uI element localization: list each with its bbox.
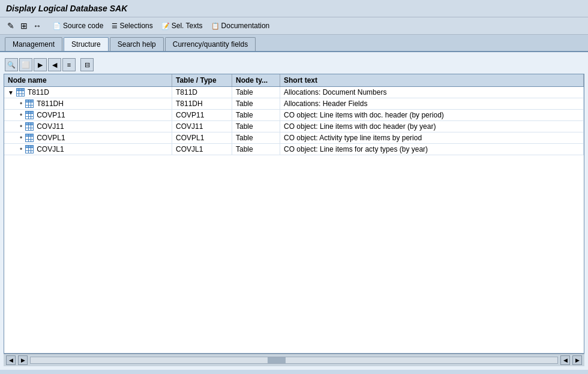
- documentation-button[interactable]: 📋 Documentation: [208, 20, 274, 31]
- sub-tool-btn-1[interactable]: 🔍: [5, 58, 18, 71]
- table-grid-icon: [25, 122, 34, 131]
- table-type-cell: COVJ11: [172, 121, 232, 132]
- toolbar: ✎ ⊞ ↔ 📄 Source code ☰ Selections 📝 Sel. …: [0, 17, 588, 35]
- scroll-left-btn[interactable]: ◀: [6, 355, 16, 365]
- sub-tool-btn-2[interactable]: ⬜: [19, 58, 32, 71]
- sub-toolbar: 🔍 ⬜ ▶ ◀ ≡ ⊟: [4, 56, 584, 74]
- sel-texts-button[interactable]: 📝 Sel. Texts: [158, 20, 206, 31]
- short-text-cell: CO object: Activity type line items by p…: [280, 132, 584, 143]
- node-type-cell: Table: [232, 110, 280, 120]
- edit-icon[interactable]: ✎: [5, 20, 17, 32]
- node-name-cell: •COVJ11: [4, 121, 172, 132]
- transfer-icon[interactable]: ↔: [31, 20, 43, 32]
- short-text-cell: CO object: Line items with doc. header (…: [280, 110, 584, 120]
- tab-currency-quantity[interactable]: Currency/quantity fields: [165, 37, 256, 51]
- table-row[interactable]: •COVJ11COVJ11TableCO object: Line items …: [4, 121, 584, 132]
- grid-icon[interactable]: ⊞: [18, 20, 30, 32]
- table-grid-icon: [25, 111, 34, 119]
- scroll-end-left-btn[interactable]: ◀: [560, 355, 570, 365]
- table-grid-icon: [16, 88, 25, 96]
- col-table-type: Table / Type: [172, 74, 232, 86]
- sub-tool-btn-6[interactable]: ⊟: [80, 58, 94, 71]
- page-title: Display Logical Database SAK: [6, 4, 127, 13]
- selections-button[interactable]: ☰ Selections: [108, 20, 156, 31]
- short-text-cell: Allocations: Header Fields: [280, 98, 584, 109]
- table-wrapper: Node name Table / Type Node ty... Short …: [4, 74, 584, 354]
- col-node-name: Node name: [4, 74, 172, 86]
- scroll-right-btn[interactable]: ▶: [18, 355, 28, 365]
- tab-management[interactable]: Management: [5, 37, 62, 51]
- sub-tool-btn-5[interactable]: ≡: [62, 58, 76, 71]
- node-type-cell: Table: [232, 98, 280, 109]
- node-name-text: COVJL1: [37, 145, 64, 153]
- selections-icon: ☰: [112, 22, 118, 30]
- node-name-text: T811D: [28, 88, 49, 96]
- short-text-cell: CO object: Line items for acty types (by…: [280, 144, 584, 155]
- source-code-icon: 📄: [53, 22, 61, 30]
- sub-tool-btn-4[interactable]: ◀: [48, 58, 61, 71]
- table-body: ▼T811DT811DTableAllocations: Document Nu…: [4, 87, 584, 353]
- node-name-cell: •COVJL1: [4, 144, 172, 155]
- bottom-scrollbar-area: ◀ ▶ ◀ ▶: [4, 354, 584, 366]
- node-type-cell: Table: [232, 121, 280, 132]
- table-type-cell: COVPL1: [172, 132, 232, 143]
- node-name-text: COVPL1: [37, 134, 65, 142]
- sub-tool-btn-3[interactable]: ▶: [34, 58, 47, 71]
- table-row[interactable]: •T811DHT811DHTableAllocations: Header Fi…: [4, 98, 584, 110]
- content-area: 🔍 ⬜ ▶ ◀ ≡ ⊟ Node name Table / Type Node …: [0, 52, 588, 370]
- node-name-cell: •T811DH: [4, 98, 172, 109]
- node-name-cell: ▼T811D: [4, 87, 172, 98]
- node-name-cell: •COVPL1: [4, 132, 172, 143]
- table-header: Node name Table / Type Node ty... Short …: [4, 74, 584, 87]
- horizontal-scrollbar[interactable]: [30, 357, 558, 364]
- col-node-type: Node ty...: [232, 74, 280, 86]
- node-type-cell: Table: [232, 132, 280, 143]
- tab-search-help[interactable]: Search help: [110, 37, 164, 51]
- table-type-cell: COVP11: [172, 110, 232, 120]
- table-grid-icon: [25, 145, 34, 153]
- expand-icon[interactable]: ▼: [8, 89, 14, 96]
- node-type-cell: Table: [232, 87, 280, 98]
- table-grid-icon: [25, 134, 34, 142]
- tab-structure[interactable]: Structure: [64, 37, 109, 51]
- table-row[interactable]: •COVP11COVP11TableCO object: Line items …: [4, 110, 584, 121]
- title-bar: Display Logical Database SAK: [0, 0, 588, 17]
- table-type-cell: T811DH: [172, 98, 232, 109]
- node-name-text: COVP11: [37, 111, 65, 119]
- node-type-cell: Table: [232, 144, 280, 155]
- node-name-cell: •COVP11: [4, 110, 172, 120]
- short-text-cell: Allocations: Document Numbers: [280, 87, 584, 98]
- table-row[interactable]: ▼T811DT811DTableAllocations: Document Nu…: [4, 87, 584, 98]
- scrollbar-thumb: [268, 357, 286, 363]
- source-code-button[interactable]: 📄 Source code: [49, 20, 107, 31]
- table-row[interactable]: •COVJL1COVJL1TableCO object: Line items …: [4, 144, 584, 155]
- scroll-end-right-btn[interactable]: ▶: [572, 355, 582, 365]
- documentation-icon: 📋: [211, 22, 220, 30]
- table-type-cell: COVJL1: [172, 144, 232, 155]
- table-type-cell: T811D: [172, 87, 232, 98]
- sel-texts-icon: 📝: [161, 22, 170, 30]
- short-text-cell: CO object: Line items with doc header (b…: [280, 121, 584, 132]
- table-grid-icon: [25, 99, 34, 108]
- table-row[interactable]: •COVPL1COVPL1TableCO object: Activity ty…: [4, 132, 584, 144]
- tabs-container: Management Structure Search help Currenc…: [0, 35, 588, 52]
- col-short-text: Short text: [280, 74, 584, 86]
- node-name-text: COVJ11: [37, 122, 64, 131]
- node-name-text: T811DH: [37, 99, 64, 108]
